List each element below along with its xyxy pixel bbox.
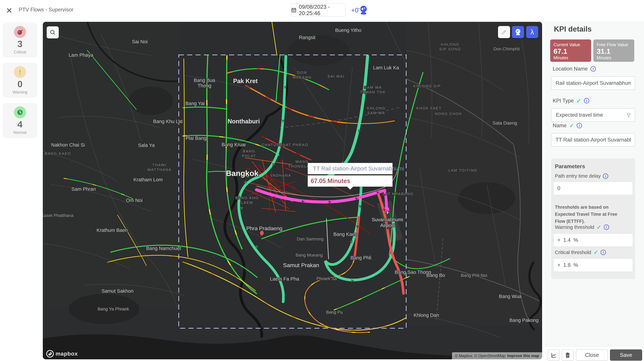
bomb-icon [14,26,26,38]
map-label: Airport [380,223,394,228]
map-label: MUEANG [292,75,312,79]
current-value-label: Current Value [554,42,591,47]
map-label: TAWAN TOK [360,90,386,94]
map-label: Phra Pradaeng [246,225,282,231]
forecast-button[interactable] [512,26,524,38]
kpi-tooltip[interactable]: TT Rail station-Airport Suvarnabhumi 67.… [308,163,392,189]
check-icon: ✓ [576,98,581,104]
name-input[interactable] [551,133,635,147]
map-label: WANG [296,160,309,164]
kpi-type-value: Expected travel time [556,112,603,118]
edit-button[interactable] [498,26,510,38]
forecast-crystal-ball-icon[interactable] [359,5,368,15]
improve-map-link[interactable]: Improve this map [507,353,539,358]
map-label: Bang Pu [326,310,343,315]
map-label: Bang Sao Thong [394,269,431,275]
attribution-mapbox[interactable]: © Mapbox [455,353,473,358]
check-icon: ✓ [594,249,598,255]
attribution-osm[interactable]: © OpenStreetMap [474,353,506,358]
map-label: Lam Luk Ka [373,65,399,70]
name-label: Name [553,123,567,129]
save-button[interactable]: Save [610,349,642,361]
path-delay-input[interactable] [554,182,633,195]
chevron-down-icon: ▽ [627,113,630,118]
map-label: LAM TOITING [448,168,478,172]
kpi-tooltip-title: TT Rail station-Airport Suvarnabhumi [313,165,404,172]
normal-count: 4 [18,120,22,129]
parameters-title: Parameters [555,163,585,170]
map-label: Kratham Lom [134,177,163,182]
map-attribution: © Mapbox © OpenStreetMap Improve this ma… [452,352,542,359]
map-label: Suvarnabhumi [372,217,403,222]
kpi-type-select[interactable]: Expected travel time ▽ [551,108,635,122]
check-icon: ✓ [569,123,574,128]
map-label: Laem Fa Pha [270,276,299,282]
name-label-row: Name ✓ i [553,123,582,129]
critical-threshold-label-row: Critical threshold ✓ i [555,249,606,255]
panel-title: KPI details [554,25,592,33]
map-label: SAM WA [364,85,382,90]
map-label: BANG [243,149,255,153]
status-card-warning[interactable]: 0 Warning [2,63,38,98]
location-name-input[interactable] [551,76,635,90]
thresholds-note: Thresholds are based on Expected Travel … [555,204,629,225]
info-icon[interactable]: i [584,98,589,103]
map-label: ✈ [385,209,390,216]
kpi-details-panel: KPI details Current Value 67.1 Minutes F… [545,22,644,361]
datetime-value: 09/08/2023 - 20:25:46 [299,4,345,17]
trash-icon [565,352,570,358]
critical-threshold-input[interactable] [554,259,633,272]
freeflow-value-unit: Minutes [597,55,634,60]
map-label: Krathum Baen [96,227,128,233]
map-label: Bang Kruai [222,142,246,147]
info-icon[interactable]: i [603,173,608,179]
info-icon[interactable]: i [604,224,609,230]
status-card-critical[interactable]: 3 Critical [2,23,38,58]
warning-threshold-input[interactable] [554,234,633,247]
info-icon[interactable]: i [600,250,606,255]
panel-action-bar: Close Save [545,346,644,361]
map-label: KHLONG SIP [414,84,441,88]
close-button[interactable]: Close [576,349,608,361]
map-label: WATTHANA [147,168,172,172]
info-icon[interactable]: i [590,66,596,72]
map-label: Bang Pakong [510,317,538,323]
page-title: PTV Flows - Supervisor [19,7,74,13]
chart-button[interactable] [548,349,560,361]
datetime-picker[interactable]: 09/08/2023 - 20:25:46 [291,3,346,17]
map-canvas: Bueng YithoRangsitSai NoiLam PhayaPak Kr… [43,22,542,359]
current-value-card: Current Value 67.1 Minutes [550,40,591,62]
delete-button[interactable] [562,349,574,361]
map-label: Sam Phran [71,186,96,192]
map-label: THAWI [152,163,166,167]
close-icon[interactable]: ✕ [5,7,14,15]
mapbox-wordmark: mapbox [56,350,78,357]
map-label: KHOK FAET [416,106,442,110]
map-label: Bang Mueang [296,252,323,258]
map-label: DON [297,71,307,75]
map-label: Lam Phaya [69,52,94,58]
warning-count: 0 [18,79,22,89]
pencil-icon [501,29,507,35]
time-offset-badge: +0' [351,7,360,14]
map-label: Dan Samrong [297,236,324,241]
map-label: LAT KRABANG [382,192,414,196]
map-label: LAEM [241,200,253,205]
map-label: Khlong Dan [414,312,439,318]
lambda-button[interactable]: λ [526,26,538,38]
search-icon [50,29,56,36]
location-name-label-row: Location Name i [553,66,596,72]
status-card-normal[interactable]: 4 Normal [2,103,38,138]
info-icon[interactable]: i [577,123,582,128]
traffic-map[interactable]: Bueng YithoRangsitSai NoiLam PhayaPak Kr… [43,22,542,359]
map-label: Rangsit [299,35,315,40]
map-label: Om Noi [126,198,142,203]
freeflow-value-card: Free Flow Value 31.1 Minutes [593,40,634,62]
map-search-button[interactable] [47,26,59,39]
map-label: Bang Namchuet [146,246,181,251]
critical-label: Critical [14,50,26,54]
map-label: Bang Phli [350,255,371,260]
mapbox-logo[interactable]: mapbox [46,350,78,358]
map-label: Bang Kaeo [333,232,358,237]
kpi-tooltip-value: 67.05 Minutes [311,177,350,185]
